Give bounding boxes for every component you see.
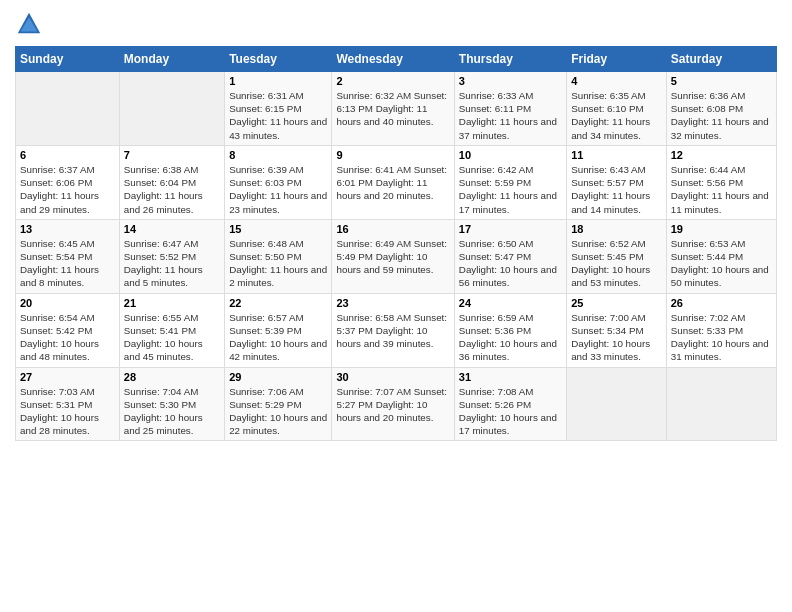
day-info: Sunrise: 6:55 AM Sunset: 5:41 PM Dayligh… — [124, 311, 220, 364]
calendar-cell: 30Sunrise: 7:07 AM Sunset: 5:27 PM Dayli… — [332, 367, 454, 441]
calendar-cell: 14Sunrise: 6:47 AM Sunset: 5:52 PM Dayli… — [119, 219, 224, 293]
calendar-cell: 9Sunrise: 6:41 AM Sunset: 6:01 PM Daylig… — [332, 145, 454, 219]
day-number: 1 — [229, 75, 327, 87]
col-header-wednesday: Wednesday — [332, 47, 454, 72]
day-info: Sunrise: 7:03 AM Sunset: 5:31 PM Dayligh… — [20, 385, 115, 438]
logo — [15, 10, 47, 38]
day-info: Sunrise: 6:53 AM Sunset: 5:44 PM Dayligh… — [671, 237, 772, 290]
day-info: Sunrise: 7:00 AM Sunset: 5:34 PM Dayligh… — [571, 311, 662, 364]
day-info: Sunrise: 6:42 AM Sunset: 5:59 PM Dayligh… — [459, 163, 562, 216]
calendar-cell: 1Sunrise: 6:31 AM Sunset: 6:15 PM Daylig… — [225, 72, 332, 146]
calendar-cell: 28Sunrise: 7:04 AM Sunset: 5:30 PM Dayli… — [119, 367, 224, 441]
calendar-cell: 12Sunrise: 6:44 AM Sunset: 5:56 PM Dayli… — [666, 145, 776, 219]
day-number: 30 — [336, 371, 449, 383]
calendar-week-row: 27Sunrise: 7:03 AM Sunset: 5:31 PM Dayli… — [16, 367, 777, 441]
calendar-cell: 7Sunrise: 6:38 AM Sunset: 6:04 PM Daylig… — [119, 145, 224, 219]
day-info: Sunrise: 6:37 AM Sunset: 6:06 PM Dayligh… — [20, 163, 115, 216]
calendar-cell: 16Sunrise: 6:49 AM Sunset: 5:49 PM Dayli… — [332, 219, 454, 293]
day-info: Sunrise: 6:50 AM Sunset: 5:47 PM Dayligh… — [459, 237, 562, 290]
day-number: 7 — [124, 149, 220, 161]
calendar-cell: 13Sunrise: 6:45 AM Sunset: 5:54 PM Dayli… — [16, 219, 120, 293]
calendar-cell: 24Sunrise: 6:59 AM Sunset: 5:36 PM Dayli… — [454, 293, 566, 367]
day-number: 21 — [124, 297, 220, 309]
calendar-week-row: 13Sunrise: 6:45 AM Sunset: 5:54 PM Dayli… — [16, 219, 777, 293]
calendar-cell: 29Sunrise: 7:06 AM Sunset: 5:29 PM Dayli… — [225, 367, 332, 441]
day-info: Sunrise: 6:41 AM Sunset: 6:01 PM Dayligh… — [336, 163, 449, 203]
day-number: 29 — [229, 371, 327, 383]
day-number: 18 — [571, 223, 662, 235]
day-info: Sunrise: 6:52 AM Sunset: 5:45 PM Dayligh… — [571, 237, 662, 290]
col-header-tuesday: Tuesday — [225, 47, 332, 72]
day-info: Sunrise: 7:07 AM Sunset: 5:27 PM Dayligh… — [336, 385, 449, 425]
day-number: 17 — [459, 223, 562, 235]
day-number: 22 — [229, 297, 327, 309]
calendar-cell: 5Sunrise: 6:36 AM Sunset: 6:08 PM Daylig… — [666, 72, 776, 146]
calendar-cell: 6Sunrise: 6:37 AM Sunset: 6:06 PM Daylig… — [16, 145, 120, 219]
day-number: 11 — [571, 149, 662, 161]
calendar-cell: 25Sunrise: 7:00 AM Sunset: 5:34 PM Dayli… — [567, 293, 667, 367]
col-header-saturday: Saturday — [666, 47, 776, 72]
day-number: 23 — [336, 297, 449, 309]
calendar-cell: 8Sunrise: 6:39 AM Sunset: 6:03 PM Daylig… — [225, 145, 332, 219]
day-info: Sunrise: 6:54 AM Sunset: 5:42 PM Dayligh… — [20, 311, 115, 364]
calendar-cell: 17Sunrise: 6:50 AM Sunset: 5:47 PM Dayli… — [454, 219, 566, 293]
day-number: 31 — [459, 371, 562, 383]
day-number: 2 — [336, 75, 449, 87]
calendar-table: SundayMondayTuesdayWednesdayThursdayFrid… — [15, 46, 777, 441]
calendar-header-row: SundayMondayTuesdayWednesdayThursdayFrid… — [16, 47, 777, 72]
day-info: Sunrise: 6:45 AM Sunset: 5:54 PM Dayligh… — [20, 237, 115, 290]
calendar-week-row: 6Sunrise: 6:37 AM Sunset: 6:06 PM Daylig… — [16, 145, 777, 219]
day-info: Sunrise: 6:44 AM Sunset: 5:56 PM Dayligh… — [671, 163, 772, 216]
day-info: Sunrise: 6:43 AM Sunset: 5:57 PM Dayligh… — [571, 163, 662, 216]
day-info: Sunrise: 7:08 AM Sunset: 5:26 PM Dayligh… — [459, 385, 562, 438]
calendar-cell: 21Sunrise: 6:55 AM Sunset: 5:41 PM Dayli… — [119, 293, 224, 367]
col-header-monday: Monday — [119, 47, 224, 72]
calendar-cell: 19Sunrise: 6:53 AM Sunset: 5:44 PM Dayli… — [666, 219, 776, 293]
day-info: Sunrise: 6:31 AM Sunset: 6:15 PM Dayligh… — [229, 89, 327, 142]
day-number: 10 — [459, 149, 562, 161]
day-number: 27 — [20, 371, 115, 383]
day-info: Sunrise: 6:33 AM Sunset: 6:11 PM Dayligh… — [459, 89, 562, 142]
day-number: 12 — [671, 149, 772, 161]
day-info: Sunrise: 6:48 AM Sunset: 5:50 PM Dayligh… — [229, 237, 327, 290]
day-info: Sunrise: 6:36 AM Sunset: 6:08 PM Dayligh… — [671, 89, 772, 142]
calendar-cell: 18Sunrise: 6:52 AM Sunset: 5:45 PM Dayli… — [567, 219, 667, 293]
calendar-cell: 23Sunrise: 6:58 AM Sunset: 5:37 PM Dayli… — [332, 293, 454, 367]
calendar-cell: 27Sunrise: 7:03 AM Sunset: 5:31 PM Dayli… — [16, 367, 120, 441]
calendar-cell: 2Sunrise: 6:32 AM Sunset: 6:13 PM Daylig… — [332, 72, 454, 146]
calendar-cell: 22Sunrise: 6:57 AM Sunset: 5:39 PM Dayli… — [225, 293, 332, 367]
calendar-cell — [567, 367, 667, 441]
day-info: Sunrise: 6:47 AM Sunset: 5:52 PM Dayligh… — [124, 237, 220, 290]
calendar-cell: 11Sunrise: 6:43 AM Sunset: 5:57 PM Dayli… — [567, 145, 667, 219]
calendar-cell: 15Sunrise: 6:48 AM Sunset: 5:50 PM Dayli… — [225, 219, 332, 293]
calendar-week-row: 1Sunrise: 6:31 AM Sunset: 6:15 PM Daylig… — [16, 72, 777, 146]
day-info: Sunrise: 6:35 AM Sunset: 6:10 PM Dayligh… — [571, 89, 662, 142]
col-header-friday: Friday — [567, 47, 667, 72]
col-header-sunday: Sunday — [16, 47, 120, 72]
day-number: 19 — [671, 223, 772, 235]
day-number: 16 — [336, 223, 449, 235]
day-number: 24 — [459, 297, 562, 309]
calendar-cell: 31Sunrise: 7:08 AM Sunset: 5:26 PM Dayli… — [454, 367, 566, 441]
day-number: 26 — [671, 297, 772, 309]
day-info: Sunrise: 7:04 AM Sunset: 5:30 PM Dayligh… — [124, 385, 220, 438]
header — [15, 10, 777, 38]
calendar-cell — [666, 367, 776, 441]
day-number: 9 — [336, 149, 449, 161]
calendar-cell: 10Sunrise: 6:42 AM Sunset: 5:59 PM Dayli… — [454, 145, 566, 219]
page: SundayMondayTuesdayWednesdayThursdayFrid… — [0, 0, 792, 451]
col-header-thursday: Thursday — [454, 47, 566, 72]
day-number: 20 — [20, 297, 115, 309]
calendar-cell: 3Sunrise: 6:33 AM Sunset: 6:11 PM Daylig… — [454, 72, 566, 146]
day-info: Sunrise: 6:38 AM Sunset: 6:04 PM Dayligh… — [124, 163, 220, 216]
day-number: 4 — [571, 75, 662, 87]
day-number: 5 — [671, 75, 772, 87]
logo-icon — [15, 10, 43, 38]
day-number: 25 — [571, 297, 662, 309]
day-number: 8 — [229, 149, 327, 161]
calendar-week-row: 20Sunrise: 6:54 AM Sunset: 5:42 PM Dayli… — [16, 293, 777, 367]
day-info: Sunrise: 6:39 AM Sunset: 6:03 PM Dayligh… — [229, 163, 327, 216]
calendar-cell — [16, 72, 120, 146]
day-info: Sunrise: 6:58 AM Sunset: 5:37 PM Dayligh… — [336, 311, 449, 351]
day-info: Sunrise: 7:02 AM Sunset: 5:33 PM Dayligh… — [671, 311, 772, 364]
